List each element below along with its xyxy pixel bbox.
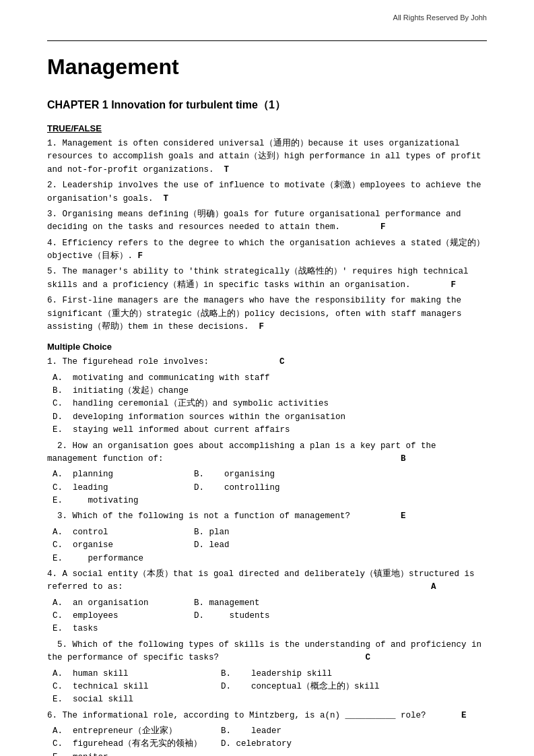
header-rights: All Rights Reserved By Johh <box>393 13 487 22</box>
mc-q4-optC: C. employees <box>53 610 194 623</box>
mc-q3-optE-wrap: E. performance <box>53 553 487 565</box>
mc-q6-optC: C. figurehead（有名无实的领袖） <box>53 738 221 751</box>
mc-q5-optA: A. human skill <box>53 668 221 681</box>
mc-q4-optE: E. tasks <box>53 623 487 635</box>
tf-question-5: 5. The manager's ability to 'think strat… <box>47 265 487 292</box>
page: All Rights Reserved By Johh Management C… <box>0 0 534 756</box>
mc-question-4: 4. A social entity（本质）that is goal direc… <box>47 568 487 594</box>
mc-q1-optC: C. handling ceremonial（正式的）and symbolic … <box>53 398 487 410</box>
mc-q4-optA: A. an organisation <box>53 597 194 610</box>
mc-q2-optE: E. motivating <box>53 495 487 507</box>
tf-q2-text: 2. Leadership involves the use of influe… <box>47 181 481 203</box>
mc-q5-options: A. human skill B. leadership skill C. te… <box>53 668 389 694</box>
mc-q3-answer: E <box>401 511 406 521</box>
mc-q3-optC: C. organise <box>53 539 194 552</box>
tf-q1-answer: T <box>224 165 230 175</box>
mc-q5-optB: B. leadership skill <box>221 668 389 681</box>
mc-q6-options: A. entrepreneur（企业家） B. leader C. figure… <box>53 725 389 751</box>
top-divider <box>47 40 487 41</box>
tf-q4-text: 4. Efficiency refers to the degree to wh… <box>47 239 485 261</box>
mc-q6-optD: D. celebratory <box>221 738 389 751</box>
tf-q5-text: 5. The manager's ability to 'think strat… <box>47 267 469 289</box>
mc-q5-optE: E. social skill <box>53 693 487 706</box>
tf-q6-text: 6. First-line managers are the managers … <box>47 296 462 332</box>
tf-q1-number: 1. Management is often considered univer… <box>47 139 481 175</box>
mc-q4-optD: D. students <box>194 610 335 623</box>
mc-q2-optA: A. planning <box>53 468 194 481</box>
mc-question-6: 6. The informational role, according to … <box>47 710 487 722</box>
mc-q4-options: A. an organisation B. management C. empl… <box>53 597 335 623</box>
true-false-label: TRUE/FALSE <box>47 123 487 133</box>
tf-q4-answer: F <box>138 251 143 261</box>
mc-q6-optB: B. leader <box>221 725 389 738</box>
mc-q1-optD: D. developing information sources within… <box>53 411 487 424</box>
mc-q2-optB: B. organising <box>194 468 335 481</box>
mc-question-1: 1. The figurehead role involves: C <box>47 356 487 369</box>
mc-question-5: 5. Which of the following types of skill… <box>47 639 487 665</box>
true-false-section: 1. Management is often considered univer… <box>47 137 487 334</box>
mc-question-2: 2. How an organisation goes about accomp… <box>47 440 487 466</box>
mc-q1-optB: B. initiating（发起）change <box>53 385 487 398</box>
mc-q1-optA: A. motivating and communicating with sta… <box>53 372 487 385</box>
mc-q2-optC: C. leading <box>53 482 194 495</box>
mc-q3-optA: A. control <box>53 526 194 539</box>
mc-q6-optE: E. monitor <box>53 751 487 756</box>
mc-q6-answer: E <box>461 711 467 720</box>
mc-q5-answer: C <box>366 653 371 662</box>
mc-q1-text: 1. The figurehead role involves: C <box>47 357 285 367</box>
mc-q1-optE: E. staying well informed about current a… <box>53 424 487 437</box>
mc-q3-options: A. control B. plan C. organise D. lead <box>53 526 335 553</box>
mc-q5-optD: D. conceptual（概念上的）skill <box>221 681 389 693</box>
mc-q3-optE: E. performance <box>53 553 487 565</box>
tf-q3-text: 3. Organising means defining（明确）goals fo… <box>47 210 461 232</box>
mc-q4-optE-wrap: E. tasks <box>53 623 487 635</box>
tf-question-6: 6. First-line managers are the managers … <box>47 294 487 334</box>
tf-q6-answer: F <box>259 322 265 332</box>
tf-question-2: 2. Leadership involves the use of influe… <box>47 179 487 206</box>
tf-q3-answer: F <box>380 222 386 232</box>
tf-question-1: 1. Management is often considered univer… <box>47 137 487 177</box>
mc-q2-optE-wrap: E. motivating <box>53 495 487 507</box>
tf-question-4: 4. Efficiency refers to the degree to wh… <box>47 237 487 263</box>
tf-q2-answer: T <box>164 194 169 203</box>
tf-q5-answer: F <box>451 280 457 290</box>
mc-q4-text: 4. A social entity（本质）that is goal direc… <box>47 569 475 592</box>
mc-q4-answer: A <box>431 582 436 592</box>
page-title: Management <box>47 55 487 80</box>
mc-q2-answer: B <box>401 454 406 464</box>
mc-q6-optA: A. entrepreneur（企业家） <box>53 725 221 738</box>
multiple-choice-section: Multiple Choice 1. The figurehead role i… <box>47 342 487 756</box>
chapter-title: CHAPTER 1 Innovation for turbulent time（… <box>47 98 487 113</box>
mc-q3-optB: B. plan <box>194 526 335 539</box>
mc-q3-optD: D. lead <box>194 539 335 552</box>
mc-q5-text: 5. Which of the following types of skill… <box>47 640 481 662</box>
mc-q2-optD: D. controlling <box>194 482 335 495</box>
mc-q4-optB: B. management <box>194 597 335 610</box>
mc-q2-options: A. planning B. organising C. leading D. … <box>53 468 335 495</box>
mc-q6-optE-wrap: E. monitor <box>53 751 487 756</box>
mc-q5-optC: C. technical skill <box>53 681 221 693</box>
mc-label: Multiple Choice <box>47 342 487 352</box>
tf-question-3: 3. Organising means defining（明确）goals fo… <box>47 208 487 234</box>
mc-q1-options: A. motivating and communicating with sta… <box>53 372 487 437</box>
mc-question-3: 3. Which of the following is not a funct… <box>47 510 487 523</box>
mc-q3-text: 3. Which of the following is not a funct… <box>47 511 406 521</box>
mc-q6-text: 6. The informational role, according to … <box>47 711 467 720</box>
mc-q5-optE-wrap: E. social skill <box>53 693 487 706</box>
mc-q2-text: 2. How an organisation goes about accomp… <box>47 441 436 464</box>
mc-q1-answer: C <box>279 357 285 367</box>
